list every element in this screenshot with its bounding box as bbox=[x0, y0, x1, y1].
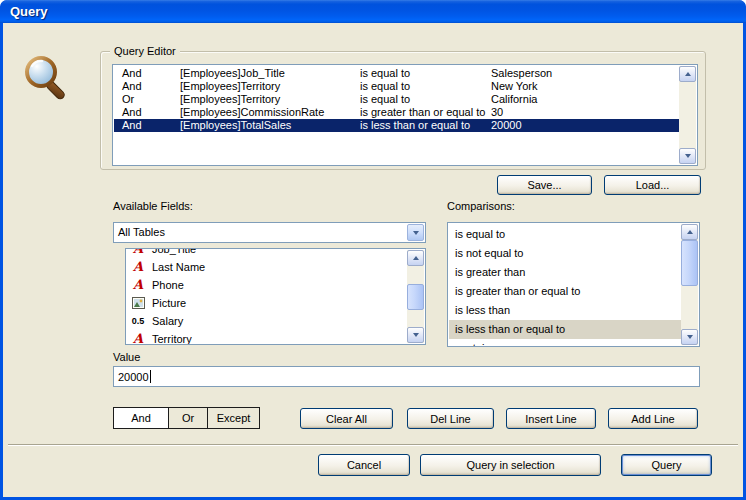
text-field-icon: A bbox=[130, 332, 146, 345]
field-item[interactable]: A Job_Title bbox=[127, 248, 409, 258]
comparisons-scrollbar[interactable] bbox=[681, 224, 698, 345]
value-input[interactable]: 20000 bbox=[113, 366, 700, 387]
titlebar: Query bbox=[0, 0, 746, 23]
cancel-button[interactable]: Cancel bbox=[318, 454, 410, 476]
query-row[interactable]: Or [Employees]Territory is equal to Cali… bbox=[114, 93, 681, 106]
field-label: Phone bbox=[152, 279, 184, 291]
query-rows-scrollbar[interactable] bbox=[679, 66, 696, 164]
scroll-thumb[interactable] bbox=[681, 240, 698, 286]
arrow-up-icon bbox=[685, 72, 691, 76]
save-button[interactable]: Save... bbox=[497, 175, 592, 195]
tables-dropdown[interactable]: All Tables bbox=[113, 222, 426, 243]
field-item[interactable]: A Phone bbox=[127, 276, 409, 294]
footer-separator bbox=[8, 444, 738, 446]
query-row[interactable]: And [Employees]CommissionRate is greater… bbox=[114, 106, 681, 119]
comparison-item[interactable]: is greater than or equal to bbox=[449, 282, 683, 301]
arrow-down-icon bbox=[413, 333, 419, 337]
fields-scrollbar[interactable] bbox=[407, 250, 424, 343]
field-label: Job_Title bbox=[152, 248, 196, 255]
scroll-down-button[interactable] bbox=[679, 148, 696, 164]
row-field: [Employees]Territory bbox=[180, 93, 280, 106]
row-value: California bbox=[491, 93, 537, 106]
comparisons-label: Comparisons: bbox=[447, 200, 515, 212]
del-line-button[interactable]: Del Line bbox=[407, 408, 494, 429]
row-conjunction: And bbox=[122, 119, 142, 132]
field-item[interactable]: 0.5 Salary bbox=[127, 312, 409, 330]
or-toggle[interactable]: Or bbox=[168, 408, 207, 428]
conjunction-toggle-group: And Or Except bbox=[113, 407, 260, 429]
comparison-item[interactable]: is greater than bbox=[449, 263, 683, 282]
number-field-icon: 0.5 bbox=[130, 316, 146, 326]
field-label: Territory bbox=[152, 333, 192, 345]
text-field-icon: A bbox=[130, 248, 146, 256]
scroll-up-button[interactable] bbox=[679, 66, 696, 82]
load-button[interactable]: Load... bbox=[604, 175, 701, 195]
dialog-body: Query Editor And [Employees]Job_Title is… bbox=[3, 23, 743, 497]
query-row[interactable]: And [Employees]Territory is equal to New… bbox=[114, 80, 681, 93]
available-fields-label: Available Fields: bbox=[113, 200, 193, 212]
window-title: Query bbox=[10, 4, 48, 19]
row-comparison: is equal to bbox=[360, 80, 410, 93]
scroll-up-button[interactable] bbox=[407, 250, 424, 266]
row-value: 30 bbox=[491, 106, 503, 119]
row-value: Salesperson bbox=[491, 67, 552, 80]
row-field: [Employees]CommissionRate bbox=[180, 106, 324, 119]
comparison-item-selected[interactable]: is less than or equal to bbox=[449, 320, 683, 339]
scroll-thumb[interactable] bbox=[407, 284, 424, 310]
scroll-down-button[interactable] bbox=[407, 327, 424, 343]
field-label: Salary bbox=[152, 315, 183, 327]
row-conjunction: And bbox=[122, 67, 142, 80]
row-conjunction: And bbox=[122, 80, 142, 93]
value-label: Value bbox=[113, 351, 140, 363]
comparison-item[interactable]: is equal to bbox=[449, 225, 683, 244]
row-comparison: is greater than or equal to bbox=[360, 106, 485, 119]
query-editor-group-label: Query Editor bbox=[110, 45, 180, 57]
dropdown-button[interactable] bbox=[407, 224, 424, 241]
query-in-selection-button[interactable]: Query in selection bbox=[420, 454, 601, 476]
field-label: Picture bbox=[152, 297, 186, 309]
field-item[interactable]: A Territory bbox=[127, 330, 409, 345]
query-button[interactable]: Query bbox=[621, 454, 712, 476]
arrow-up-icon bbox=[413, 256, 419, 260]
arrow-down-icon bbox=[685, 154, 691, 158]
row-field: [Employees]Territory bbox=[180, 80, 280, 93]
row-comparison: is equal to bbox=[360, 67, 410, 80]
row-conjunction: And bbox=[122, 106, 142, 119]
row-field: [Employees]Job_Title bbox=[180, 67, 285, 80]
chevron-down-icon bbox=[413, 231, 419, 235]
insert-line-button[interactable]: Insert Line bbox=[506, 408, 596, 429]
picture-field-icon bbox=[130, 297, 146, 309]
field-item[interactable]: A Last Name bbox=[127, 258, 409, 276]
row-conjunction: Or bbox=[122, 93, 134, 106]
query-dialog-window: Query bbox=[0, 0, 746, 500]
arrow-up-icon bbox=[687, 230, 693, 234]
row-value: New York bbox=[491, 80, 537, 93]
field-item[interactable]: Picture bbox=[127, 294, 409, 312]
arrow-down-icon bbox=[687, 335, 693, 339]
row-comparison: is equal to bbox=[360, 93, 410, 106]
scroll-up-button[interactable] bbox=[681, 224, 698, 240]
text-field-icon: A bbox=[130, 260, 146, 274]
available-fields-listbox: A Job_Title A Last Name A Phone Picture … bbox=[125, 248, 426, 345]
and-toggle[interactable]: And bbox=[114, 408, 168, 428]
add-line-button[interactable]: Add Line bbox=[608, 408, 698, 429]
comparison-item[interactable]: is not equal to bbox=[449, 244, 683, 263]
comparison-item[interactable]: contains bbox=[449, 339, 683, 347]
clear-all-button[interactable]: Clear All bbox=[300, 408, 393, 429]
comparison-item[interactable]: is less than bbox=[449, 301, 683, 320]
value-input-text: 20000 bbox=[118, 371, 149, 383]
field-label: Last Name bbox=[152, 261, 205, 273]
tables-dropdown-value: All Tables bbox=[118, 226, 165, 238]
row-value: 20000 bbox=[491, 119, 522, 132]
query-row-selected[interactable]: And [Employees]TotalSales is less than o… bbox=[114, 119, 681, 132]
comparisons-listbox: is equal to is not equal to is greater t… bbox=[447, 222, 700, 347]
except-toggle[interactable]: Except bbox=[207, 408, 259, 428]
query-rows-listbox: And [Employees]Job_Title is equal to Sal… bbox=[112, 64, 698, 166]
text-caret bbox=[150, 370, 151, 383]
scroll-down-button[interactable] bbox=[681, 329, 698, 345]
row-comparison: is less than or equal to bbox=[360, 119, 470, 132]
row-field: [Employees]TotalSales bbox=[180, 119, 291, 132]
magnifier-icon bbox=[21, 53, 73, 105]
query-row[interactable]: And [Employees]Job_Title is equal to Sal… bbox=[114, 67, 681, 80]
text-field-icon: A bbox=[130, 278, 146, 292]
